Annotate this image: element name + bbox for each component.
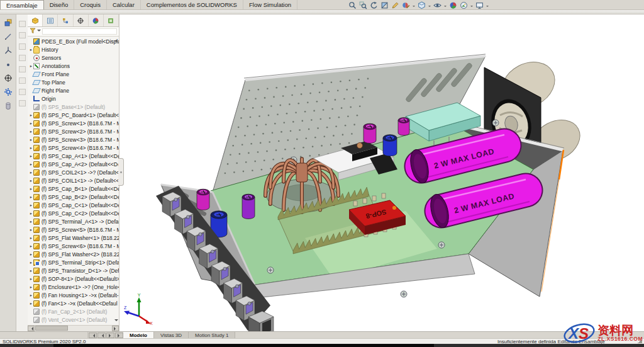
display-style-icon[interactable] <box>417 1 426 9</box>
capacitor-magenta[interactable] <box>197 189 209 210</box>
tree-item[interactable]: Sensors <box>28 54 119 62</box>
document-tab-modelo[interactable]: Modelo <box>123 332 154 338</box>
tree-item[interactable]: ▸Annotations <box>28 62 119 70</box>
tree-root[interactable]: PDES_E_Box (Full model<Display Stat <box>28 37 119 45</box>
section-view-icon[interactable] <box>380 1 389 9</box>
tree-item[interactable]: ▸(f) SPS_Terminal_Strip<1> (Defau <box>28 258 119 266</box>
tree-item[interactable]: ▸(f) SPS_Cap_B<2> (Default<<Def <box>28 193 119 201</box>
expand-arrow-icon[interactable]: ▸ <box>29 225 33 234</box>
scroll-left-icon[interactable] <box>28 326 35 331</box>
tree-item[interactable]: Top Plane <box>28 78 119 86</box>
sketch-icon[interactable] <box>391 1 400 9</box>
expand-arrow-icon[interactable]: ▸ <box>29 127 33 135</box>
scroll-down-icon[interactable] <box>114 319 118 324</box>
scrollbar-thumb[interactable] <box>35 326 68 331</box>
tab-cam-manager[interactable] <box>104 14 119 26</box>
tab-scroll-last-icon[interactable] <box>115 333 123 338</box>
edit-appearance-icon[interactable] <box>401 1 411 9</box>
tree-item[interactable]: ▸(f) SPS_Transistor_D<1> -> (Defa <box>28 266 119 275</box>
dropdown-caret-icon[interactable] <box>444 6 447 8</box>
tree-item[interactable]: (f) SPS_Base<1> (Default) <box>28 103 119 111</box>
document-tab-vistas-3d[interactable]: Vistas 3D <box>154 332 189 338</box>
tree-item[interactable]: Origin <box>28 94 119 103</box>
expand-arrow-icon[interactable]: ▸ <box>29 201 33 209</box>
tree-item[interactable]: ▸(f) Fan<1> ->x (Default<<Defaul <box>28 299 119 307</box>
scene-icon[interactable] <box>459 1 469 9</box>
tab-scroll-next-icon[interactable] <box>106 333 114 338</box>
dropdown-caret-icon[interactable] <box>428 6 431 8</box>
tree-item[interactable]: ▸(f) Enclosure<1> ->? (One_Hole< <box>28 283 119 291</box>
tree-item[interactable]: (f) Fan_Cap_2<1> (Default) <box>28 307 119 316</box>
ribbon-tab-calcular[interactable]: Calcular <box>107 0 141 9</box>
ribbon-tab-croquis[interactable]: Croquis <box>74 0 107 9</box>
expand-arrow-icon[interactable]: ▸ <box>29 62 33 70</box>
tree-item[interactable]: ▸(f) SPS_COIL1<1> -> (Default<<D <box>28 176 119 185</box>
capacitor-magenta[interactable] <box>364 123 376 143</box>
tab-displaymanager[interactable] <box>89 14 104 26</box>
expand-arrow-icon[interactable]: ▸ <box>29 209 33 217</box>
dropdown-caret-icon[interactable] <box>470 6 473 8</box>
expand-arrow-icon[interactable]: ▸ <box>29 111 33 119</box>
expand-arrow-icon[interactable]: ▸ <box>29 193 33 201</box>
document-tab-motion-study-1[interactable]: Motion Study 1 <box>189 332 235 338</box>
appearances-icon[interactable] <box>448 1 458 9</box>
expand-arrow-icon[interactable]: ▸ <box>29 234 33 242</box>
expand-arrow-icon[interactable]: ▸ <box>29 144 33 152</box>
tree-item[interactable]: (f) Vent_Cover<1> (Default) <box>28 316 119 324</box>
expand-arrow-icon[interactable]: ▸ <box>29 176 33 185</box>
tree-item[interactable]: Front Plane <box>28 70 119 78</box>
capacitor-magenta[interactable] <box>398 118 409 135</box>
expand-arrow-icon[interactable]: ▸ <box>29 299 33 307</box>
expand-arrow-icon[interactable]: ▸ <box>29 217 33 225</box>
tree-item[interactable]: ▸(f) SOP-8<1> (Default<<Default> <box>28 275 119 283</box>
expand-arrow-icon[interactable]: ▸ <box>29 266 33 275</box>
filter-dropdown-icon[interactable] <box>37 30 41 33</box>
tab-dimxpertmanager[interactable] <box>74 14 89 26</box>
tree-item[interactable]: ▸(f) SPS_Flat Washer<2> (B18.22M <box>28 250 119 258</box>
tree-item[interactable]: ▸(f) SPS_Terminal_A<1> -> (Defau <box>28 217 119 225</box>
expand-arrow-icon[interactable]: ▸ <box>29 242 33 250</box>
scroll-right-icon[interactable] <box>112 326 119 331</box>
tree-item[interactable]: ▸(f) SPS_Cap_A<1> (Default<<Def <box>28 152 119 160</box>
dropdown-caret-icon[interactable] <box>486 6 489 8</box>
tree-item[interactable]: ▸(f) SPS_Screw<1> (B18.6.7M - M3 <box>28 119 119 127</box>
tab-featuremanager-design-tree[interactable] <box>28 14 43 26</box>
expand-arrow-icon[interactable]: ▸ <box>29 275 33 283</box>
expand-arrow-icon[interactable]: ▸ <box>29 152 33 160</box>
expand-arrow-icon[interactable]: ▸ <box>29 160 33 168</box>
expand-arrow-icon[interactable]: ▸ <box>29 135 33 144</box>
zoom-fit-icon[interactable] <box>348 1 357 9</box>
previous-view-icon[interactable] <box>369 1 379 9</box>
expand-arrow-icon[interactable]: ▸ <box>29 45 33 54</box>
ribbon-tab-ensamblaje[interactable]: Ensamblaje <box>0 0 44 9</box>
capacitor-blue[interactable] <box>383 135 397 156</box>
scroll-up-icon[interactable] <box>114 38 118 42</box>
assembly-icon[interactable] <box>3 18 13 27</box>
tab-configurationmanager[interactable] <box>58 14 73 26</box>
tab-scroll-prev-icon[interactable] <box>97 333 106 338</box>
tree-item[interactable]: ▸(f) SPS_Screw<6> (B18.6.7M - M3 <box>28 242 119 250</box>
expand-arrow-icon[interactable]: ▸ <box>29 185 33 193</box>
3d-model-scene[interactable]: SOP-8 2 W MAX LOAD <box>119 14 644 331</box>
expand-arrow-icon[interactable]: ▸ <box>29 168 33 176</box>
expand-arrow-icon[interactable]: ▸ <box>29 291 33 299</box>
tree-item[interactable]: ▸(f) SPS_COIL2<1> ->? (Default<< <box>28 168 119 176</box>
filter-input[interactable] <box>42 28 117 35</box>
tree-item[interactable]: ▸(f) SPS_Flat Washer<1> (B18.22M <box>28 234 119 242</box>
ribbon-tab-flow-simulation[interactable]: Flow Simulation <box>243 0 297 9</box>
rotate-view-icon[interactable] <box>3 73 13 82</box>
graphics-viewport[interactable]: SOP-8 2 W MAX LOAD <box>119 14 644 331</box>
tree-item[interactable]: ▸(f) SPS_PC_Board<1> (Default<< <box>28 111 119 119</box>
tree-item[interactable]: ▸(f) SPS_Screw<5> (B18.6.7M - M3 <box>28 225 119 234</box>
dropdown-caret-icon[interactable] <box>413 6 415 8</box>
tab-scroll-first-icon[interactable] <box>89 333 97 338</box>
tree-item[interactable]: Right Plane <box>28 86 119 94</box>
zoom-area-icon[interactable] <box>358 1 368 9</box>
tree-item[interactable]: ▸(f) Fan Housing<1> ->x (Default- <box>28 291 119 299</box>
expand-arrow-icon[interactable]: ▸ <box>29 119 33 127</box>
expand-arrow-icon[interactable]: ▸ <box>29 250 33 258</box>
coordinate-system-icon[interactable] <box>3 45 13 55</box>
tree-item[interactable]: ▸(f) SPS_Cap_B<1> (Default<<Def <box>28 185 119 193</box>
tree-item[interactable]: ▸(f) SPS_Cap_A<2> (Default<<Def <box>28 160 119 168</box>
tree-item[interactable]: ▸History <box>28 45 119 54</box>
